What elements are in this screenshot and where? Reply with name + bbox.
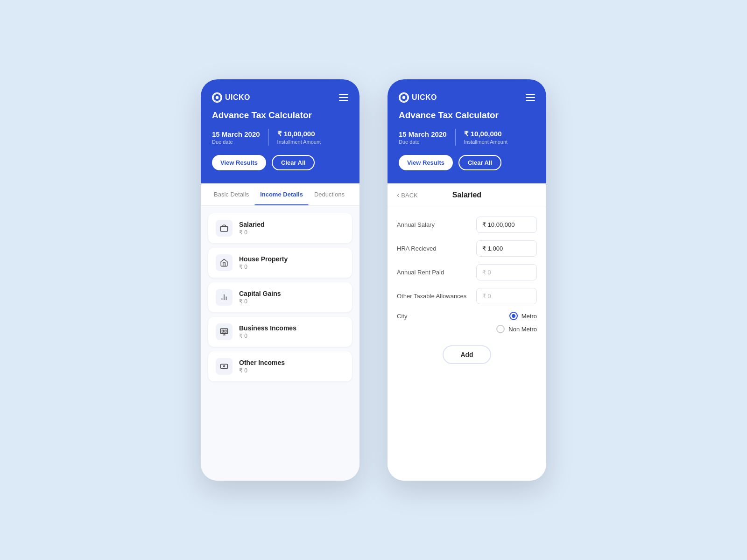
income-item-other[interactable]: Other Incomes ₹ 0 — [208, 351, 352, 381]
non-metro-label: Non Metro — [508, 326, 537, 333]
right-logo: UICKO — [399, 92, 437, 103]
back-bar: ‹ BACK Salaried — [388, 183, 546, 207]
right-due-date-value: 15 March 2020 — [399, 130, 447, 138]
header-top: UICKO — [212, 92, 348, 103]
right-header-info: 15 March 2020 Due date ₹ 10,00,000 Insta… — [399, 129, 535, 146]
header-info: 15 March 2020 Due date ₹ 10,00,000 Insta… — [212, 129, 348, 146]
annual-rent-row: Annual Rent Paid ₹ 0 — [397, 264, 537, 280]
installment-block: ₹ 10,00,000 Installment Amount — [277, 130, 321, 145]
svg-rect-8 — [225, 330, 226, 332]
income-list: Salaried ₹ 0 House Property ₹ 0 — [201, 206, 359, 481]
logo-text: UICKO — [225, 93, 250, 102]
logo-icon — [212, 92, 222, 103]
add-button[interactable]: Add — [443, 345, 491, 364]
other-allowances-row: Other Taxable Allowances ₹ 0 — [397, 288, 537, 304]
hra-label: HRA Recieved — [397, 245, 472, 252]
house-icon — [216, 254, 233, 271]
back-button[interactable]: ‹ BACK — [397, 191, 418, 199]
hra-input[interactable]: ₹ 1,000 — [476, 240, 537, 257]
due-date-block: 15 March 2020 Due date — [212, 130, 260, 145]
business-icon — [216, 323, 233, 340]
left-header: UICKO Advance Tax Calculator 15 March 20… — [201, 79, 359, 183]
right-installment-label: Installment Amount — [464, 139, 508, 145]
tab-deductions[interactable]: Deductions — [309, 183, 350, 205]
right-installment-block: ₹ 10,00,000 Installment Amount — [464, 130, 508, 145]
metro-radio[interactable] — [509, 312, 518, 320]
city-radio-group: Metro Non Metro — [496, 312, 537, 333]
right-app-title: Advance Tax Calculator — [399, 110, 535, 120]
back-label: BACK — [401, 192, 417, 199]
svg-rect-9 — [221, 364, 228, 369]
house-text: House Property ₹ 0 — [239, 255, 288, 270]
annual-salary-label: Annual Salary — [397, 221, 472, 228]
annual-salary-input[interactable]: ₹ 10,00,000 — [476, 217, 537, 233]
annual-salary-row: Annual Salary ₹ 10,00,000 — [397, 217, 537, 233]
left-phone: UICKO Advance Tax Calculator 15 March 20… — [201, 79, 359, 481]
salaried-icon — [216, 220, 233, 237]
annual-rent-input[interactable]: ₹ 0 — [476, 264, 537, 280]
header-actions: View Results Clear All — [212, 155, 348, 170]
right-hamburger-menu[interactable] — [526, 94, 535, 101]
salaried-text: Salaried ₹ 0 — [239, 221, 264, 236]
svg-point-10 — [224, 366, 225, 367]
clear-all-button[interactable]: Clear All — [272, 155, 315, 170]
right-clear-all-button[interactable]: Clear All — [458, 155, 501, 170]
hamburger-menu[interactable] — [339, 94, 348, 101]
due-date-label: Due date — [212, 139, 260, 145]
tab-basic-details[interactable]: Basic Details — [208, 183, 254, 205]
right-phone: UICKO Advance Tax Calculator 15 March 20… — [388, 79, 546, 481]
other-text: Other Incomes ₹ 0 — [239, 359, 285, 374]
right-view-results-button[interactable]: View Results — [399, 155, 453, 170]
business-text: Business Incomes ₹ 0 — [239, 324, 296, 339]
svg-point-12 — [402, 96, 406, 99]
non-metro-option[interactable]: Non Metro — [496, 325, 537, 333]
income-item-salaried[interactable]: Salaried ₹ 0 — [208, 213, 352, 243]
city-label: City — [397, 312, 492, 320]
app-title: Advance Tax Calculator — [212, 110, 348, 120]
metro-label: Metro — [521, 313, 537, 320]
tab-income-details[interactable]: Income Details — [254, 183, 309, 205]
tab-bar: Basic Details Income Details Deductions — [201, 183, 359, 206]
right-header-actions: View Results Clear All — [399, 155, 535, 170]
add-btn-row: Add — [397, 341, 537, 366]
due-date-value: 15 March 2020 — [212, 130, 260, 138]
right-header-top: UICKO — [399, 92, 535, 103]
detail-title: Salaried — [452, 191, 481, 199]
metro-option[interactable]: Metro — [509, 312, 537, 320]
right-installment-value: ₹ 10,00,000 — [464, 130, 508, 138]
capital-gains-text: Capital Gains ₹ 0 — [239, 290, 281, 305]
svg-rect-2 — [221, 226, 228, 231]
back-arrow-icon: ‹ — [397, 191, 399, 199]
city-row: City Metro Non Metro — [397, 312, 537, 333]
income-item-house-property[interactable]: House Property ₹ 0 — [208, 248, 352, 278]
hra-row: HRA Recieved ₹ 1,000 — [397, 240, 537, 257]
right-header: UICKO Advance Tax Calculator 15 March 20… — [388, 79, 546, 183]
capital-gains-icon — [216, 289, 233, 306]
detail-section: ‹ BACK Salaried Annual Salary ₹ 10,00,00… — [388, 183, 546, 481]
installment-label: Installment Amount — [277, 139, 321, 145]
non-metro-radio[interactable] — [496, 325, 505, 333]
right-logo-icon — [399, 92, 409, 103]
logo: UICKO — [212, 92, 250, 103]
svg-rect-7 — [222, 330, 224, 332]
other-allowances-label: Other Taxable Allowances — [397, 293, 472, 300]
income-item-business[interactable]: Business Incomes ₹ 0 — [208, 317, 352, 347]
svg-point-1 — [216, 96, 219, 99]
view-results-button[interactable]: View Results — [212, 155, 266, 170]
right-vertical-divider — [455, 129, 456, 146]
right-due-date-label: Due date — [399, 139, 447, 145]
installment-value: ₹ 10,00,000 — [277, 130, 321, 138]
vertical-divider — [268, 129, 269, 146]
annual-rent-label: Annual Rent Paid — [397, 269, 472, 276]
right-logo-text: UICKO — [412, 93, 437, 102]
right-due-date-block: 15 March 2020 Due date — [399, 130, 447, 145]
detail-form: Annual Salary ₹ 10,00,000 HRA Recieved ₹… — [388, 207, 546, 481]
income-item-capital-gains[interactable]: Capital Gains ₹ 0 — [208, 282, 352, 312]
other-allowances-input[interactable]: ₹ 0 — [476, 288, 537, 304]
other-income-icon — [216, 358, 233, 375]
